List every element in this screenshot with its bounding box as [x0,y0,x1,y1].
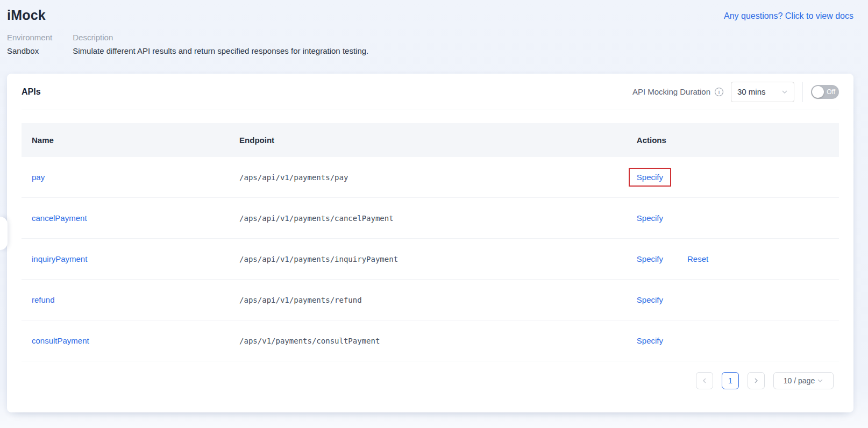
chevron-left-icon [701,377,708,384]
api-table-body: pay/aps/api/v1/payments/paySpecifycancel… [22,157,839,361]
page-size-select[interactable]: 10 / page [773,372,834,389]
description-field: Description Simulate different API resul… [73,33,368,55]
description-label: Description [73,33,368,42]
duration-select-value: 30 mins [737,87,766,96]
toggle-knob [812,86,824,98]
column-header-name: Name [22,135,229,145]
endpoint-path: /aps/v1/payments/consultPayment [239,337,380,345]
apis-panel: APIs API Mocking Duration i 30 mins Off … [7,74,853,412]
specify-action-link[interactable]: Specify [637,213,663,223]
view-docs-link[interactable]: Any questions? Click to view docs [724,11,853,21]
reset-action-link[interactable]: Reset [687,254,708,263]
pagination: 1 10 / page [22,372,834,412]
table-row: refund/aps/api/v1/payments/refundSpecify [22,280,839,320]
panel-header: APIs API Mocking Duration i 30 mins Off [22,74,839,110]
column-header-endpoint: Endpoint [229,135,627,145]
pagination-prev-button[interactable] [696,372,713,389]
environment-field: Environment Sandbox [7,33,52,55]
endpoint-path: /aps/api/v1/payments/pay [239,173,348,182]
info-circle-icon[interactable]: i [715,88,723,96]
chevron-down-icon [781,89,788,95]
panel-controls: API Mocking Duration i 30 mins Off [632,82,839,102]
environment-label: Environment [7,33,52,42]
specify-action-link[interactable]: Specify [629,168,671,187]
chevron-down-icon [817,377,823,384]
api-name-link[interactable]: refund [32,295,55,304]
table-row: pay/aps/api/v1/payments/paySpecify [22,157,839,198]
toggle-state-label: Off [827,85,835,99]
column-header-actions: Actions [627,135,839,145]
specify-action-link[interactable]: Specify [637,254,663,263]
mocking-toggle[interactable]: Off [811,85,839,99]
table-row: cancelPayment/aps/api/v1/payments/cancel… [22,198,839,239]
specify-action-link[interactable]: Specify [637,295,663,304]
specify-action-link[interactable]: Specify [637,336,663,345]
page: iMock Any questions? Click to view docs … [0,0,868,428]
drawer-handle[interactable] [0,217,8,250]
vertical-divider [802,82,803,102]
meta-row: Environment Sandbox Description Simulate… [7,33,853,55]
top-header: iMock Any questions? Click to view docs … [0,0,868,55]
endpoint-path: /aps/api/v1/payments/inquiryPayment [239,255,398,263]
endpoint-path: /aps/api/v1/payments/refund [239,296,362,304]
api-name-link[interactable]: cancelPayment [32,213,87,223]
api-table: Name Endpoint Actions pay/aps/api/v1/pay… [22,123,839,361]
api-name-link[interactable]: consultPayment [32,336,89,345]
pagination-next-button[interactable] [748,372,765,389]
table-row: consultPayment/aps/v1/payments/consultPa… [22,320,839,361]
api-name-link[interactable]: inquiryPayment [32,254,87,263]
chevron-right-icon [753,377,759,384]
table-header-row: Name Endpoint Actions [22,123,839,157]
description-value: Simulate different API results and retur… [73,46,368,55]
table-row: inquiryPayment/aps/api/v1/payments/inqui… [22,239,839,280]
pagination-page-1-button[interactable]: 1 [722,372,739,389]
environment-value: Sandbox [7,46,52,55]
page-size-value: 10 / page [784,376,815,385]
endpoint-path: /aps/api/v1/payments/cancelPayment [239,214,394,223]
duration-select[interactable]: 30 mins [731,82,794,102]
api-name-link[interactable]: pay [32,173,45,182]
duration-label: API Mocking Duration [632,87,710,96]
panel-title: APIs [22,87,41,97]
